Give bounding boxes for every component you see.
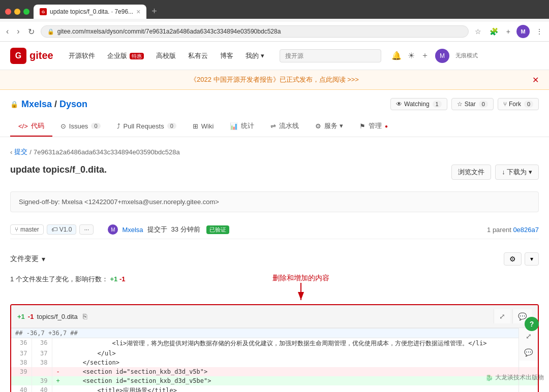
wiki-icon: ⊞	[193, 122, 198, 130]
back-btn[interactable]: ‹	[4, 26, 11, 37]
help-btn-container: ?	[525, 317, 539, 331]
browser-actions: ☆ 🧩 + M ⋮	[473, 25, 545, 38]
window-maximize[interactable]	[23, 9, 29, 15]
commit-time: 33 分钟前	[171, 225, 200, 234]
search-input[interactable]	[280, 49, 381, 62]
nav-university[interactable]: 高校版	[151, 48, 181, 63]
repo-name-link[interactable]: Dyson	[59, 99, 87, 109]
star-btn[interactable]: ☆ Star 0	[451, 98, 494, 110]
repo-actions: 👁 Watching 1 ☆ Star 0 ⑂ Fork 0	[390, 98, 539, 110]
line-num-right: 38	[32, 358, 52, 367]
window-close[interactable]	[5, 9, 11, 15]
diff-content: ## -36,7 +36,7 ## 36 36 <li>湖管理，将为您提供对湖内…	[11, 328, 538, 392]
line-content: <section id="section_kxb_d3d_v5b">	[64, 367, 538, 376]
commit-tags: ⑂ master 🏷 V1.0 ···	[10, 224, 94, 235]
forward-btn[interactable]: ›	[15, 26, 21, 37]
enterprise-badge: 特惠	[130, 53, 144, 59]
version-tag[interactable]: 🏷 V1.0	[47, 224, 77, 235]
hunk-label: ## -36,7 +36,7 ##	[11, 329, 538, 338]
repo-owner-link[interactable]: Mxelsa	[21, 99, 52, 109]
tab-wiki[interactable]: ⊞ Wiki	[185, 116, 222, 137]
gitee-logo[interactable]: G gitee	[10, 48, 53, 64]
branch-tag[interactable]: ⑂ master	[10, 224, 44, 235]
user-avatar[interactable]: M	[435, 49, 449, 63]
tab-pipeline[interactable]: ⇌ 流水线	[262, 116, 307, 137]
gitee-logo-icon: G	[10, 48, 26, 64]
pipeline-icon: ⇌	[270, 122, 276, 130]
tab-issues[interactable]: ⊙ Issues 0	[52, 116, 109, 137]
download-btn[interactable]: ↓ 下载为 ▾	[495, 165, 539, 180]
expand-btn[interactable]: ⤢	[494, 309, 510, 323]
author-name[interactable]: Mxelsa	[122, 226, 143, 234]
chevron-down-icon: ▾	[42, 255, 45, 263]
nav-blog[interactable]: 博客	[215, 48, 238, 63]
eye-icon: 👁	[396, 101, 402, 108]
diff-settings-btn[interactable]: ⚙	[504, 252, 522, 266]
new-tab-btn[interactable]: +	[147, 4, 161, 19]
line-sign	[52, 358, 64, 367]
tab-close-btn[interactable]: ×	[136, 8, 140, 16]
breadcrumb: ‹ 提交 / 7e9631a2a6486ada6343c334894e03590…	[10, 147, 539, 156]
profile-btn[interactable]: +	[504, 26, 512, 37]
fork-btn[interactable]: ⑂ Fork 0	[498, 98, 539, 110]
window-minimize[interactable]	[14, 9, 20, 15]
fork-count: 0	[524, 101, 533, 108]
plus-stat: +1	[110, 275, 117, 283]
notification-btn[interactable]: 🔔	[391, 51, 402, 60]
commit-parent: 1 parent 0e826a7	[487, 226, 539, 234]
banner-text: 《2022 中国开源开发者报告》已正式发布，点此阅读 >>>	[190, 75, 359, 84]
code-icon: </>	[18, 122, 28, 130]
pr-count: 0	[167, 123, 176, 129]
browser-avatar[interactable]: M	[516, 25, 530, 38]
repo-tabs: </> 代码 ⊙ Issues 0 ⤴ Pull Requests 0 ⊞ Wi…	[10, 116, 539, 137]
tag-icon: 🏷	[51, 226, 57, 233]
refresh-btn[interactable]: ↻	[26, 26, 37, 38]
commit-actions: 浏览文件 ↓ 下载为 ▾	[451, 165, 539, 180]
line-sign	[52, 338, 64, 349]
browser-tab-active[interactable]: G update topics/f_0.dita. · 7e96... ×	[34, 5, 146, 19]
extension-btn[interactable]: 🧩	[487, 26, 500, 37]
line-sign: -	[52, 367, 64, 376]
line-num-right	[32, 367, 52, 376]
pr-icon: ⤴	[117, 122, 120, 130]
file-diff-minus: -1	[28, 313, 34, 320]
no-trace-mode[interactable]: 无痕模式	[455, 52, 478, 59]
help-btn[interactable]: ?	[525, 317, 539, 331]
line-sign	[52, 385, 64, 392]
nav-private-cloud[interactable]: 私有云	[183, 48, 213, 63]
line-content: <title>应用场景</title>	[64, 385, 538, 392]
tab-stats[interactable]: 📊 统计	[222, 116, 262, 137]
tab-prs[interactable]: ⤴ Pull Requests 0	[109, 116, 185, 137]
tab-code[interactable]: </> 代码	[10, 116, 52, 137]
file-diff-header: +1 -1 topics/f_0.dita ⎘ ⤢ 💬	[11, 305, 538, 328]
more-tags-btn[interactable]: ···	[79, 224, 94, 235]
diff-controls: ⚙ ▾	[504, 252, 539, 266]
line-num-right: 36	[32, 338, 52, 349]
banner-close-btn[interactable]: ✕	[532, 75, 539, 85]
parent-hash-link[interactable]: 0e826a7	[513, 226, 539, 234]
services-icon: ⚙	[315, 122, 321, 130]
commit-meta: ⑂ master 🏷 V1.0 ··· M Mxelsa 提交于 33 分钟前 …	[10, 220, 539, 239]
comment-side-btn[interactable]: 💬	[519, 344, 538, 361]
watching-count: 1	[433, 101, 442, 108]
browse-files-btn[interactable]: 浏览文件	[451, 165, 491, 180]
table-row: 40 40 <title>应用场景</title>	[11, 385, 538, 392]
create-btn[interactable]: ＋	[421, 50, 429, 61]
watching-btn[interactable]: 👁 Watching 1	[390, 98, 447, 110]
diff-collapse-btn[interactable]: ▾	[525, 252, 539, 266]
menu-btn[interactable]: ⋮	[534, 26, 545, 37]
copy-filename-btn[interactable]: ⎘	[83, 312, 87, 320]
gitee-search[interactable]	[280, 49, 381, 62]
tab-services[interactable]: ⚙ 服务 ▾	[307, 116, 351, 137]
tab-admin[interactable]: ⚑ 管理 ●	[351, 116, 396, 137]
nav-mine[interactable]: 我的 ▾	[240, 48, 269, 63]
bookmark-btn[interactable]: ☆	[473, 26, 483, 37]
nav-opensource[interactable]: 开源软件	[64, 48, 100, 63]
theme-btn[interactable]: ☀	[408, 51, 415, 60]
file-diff: +1 -1 topics/f_0.dita ⎘ ⤢ 💬 ## -36,7 +36…	[10, 304, 539, 392]
line-num-left: 36	[11, 338, 32, 349]
nav-enterprise[interactable]: 企业版 特惠	[102, 48, 149, 63]
line-num-right: 37	[32, 349, 52, 358]
breadcrumb-commits-link[interactable]: 提交	[14, 147, 27, 156]
address-bar[interactable]: 🔒 gitee.com/mxelsa/dyson/commit/7e9631a2…	[41, 25, 469, 38]
